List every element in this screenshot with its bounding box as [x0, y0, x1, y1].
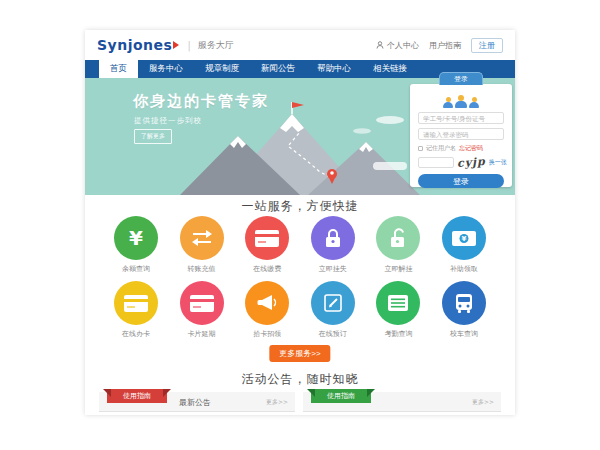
logo-text: Synjones [97, 37, 172, 53]
banknote-icon: ¥ [442, 216, 486, 260]
site-name: 服务大厅 [198, 39, 234, 52]
person-icon [376, 41, 384, 49]
login-panel: 登录 记住用户名 忘记密码 cyjp 换一张 登录 [410, 72, 512, 187]
left-ribbon-tab[interactable]: 使用指南 [107, 389, 167, 403]
announcements-right-panel: 使用指南 更多>> [303, 392, 501, 412]
account-input[interactable] [418, 112, 504, 124]
service-online-booking[interactable]: 在线预订 [302, 281, 364, 339]
change-captcha-link[interactable]: 换一张 [489, 158, 507, 167]
service-school-bus[interactable]: 校车查询 [433, 281, 495, 339]
service-subsidy[interactable]: ¥ 补助领取 [433, 216, 495, 274]
unlock-icon [376, 216, 420, 260]
hero-cta-button[interactable]: 了解更多 [134, 129, 172, 144]
login-body: 记住用户名 忘记密码 cyjp 换一张 登录 [410, 84, 512, 187]
login-tab[interactable]: 登录 [439, 72, 483, 85]
card-icon [114, 281, 158, 325]
svg-text:¥: ¥ [462, 235, 467, 243]
latest-news-tab[interactable]: 最新公告 [179, 397, 211, 408]
megaphone-icon [245, 281, 289, 325]
remember-checkbox[interactable] [418, 146, 423, 151]
card-icon [245, 216, 289, 260]
edit-icon [311, 281, 355, 325]
password-input[interactable] [418, 128, 504, 140]
service-pay-online[interactable]: 在线缴费 [236, 216, 298, 274]
right-ribbon-tab[interactable]: 使用指南 [311, 389, 371, 403]
service-card-renewal[interactable]: 卡片延期 [171, 281, 233, 339]
forgot-password-link[interactable]: 忘记密码 [459, 144, 483, 153]
nav-item-rules[interactable]: 规章制度 [194, 60, 250, 78]
personal-center-link[interactable]: 个人中心 [376, 40, 419, 51]
captcha-input[interactable] [418, 157, 454, 168]
yen-icon: ¥ [114, 216, 158, 260]
services-title: 一站服务，方便快捷 [85, 198, 515, 215]
service-found-card[interactable]: 拾卡招领 [236, 281, 298, 339]
remember-label: 记住用户名 [426, 144, 456, 153]
service-transfer[interactable]: 转账充值 [171, 216, 233, 274]
captcha-image[interactable]: cyjp [457, 155, 487, 170]
logo-accent-icon [173, 41, 179, 49]
bus-icon [442, 281, 486, 325]
mountain-illustration [180, 98, 420, 195]
cloud-icon [373, 162, 407, 170]
header: Synjones | 服务大厅 个人中心 用户指南 注册 [85, 30, 515, 60]
more-services-button[interactable]: 更多服务>> [269, 345, 330, 362]
register-button[interactable]: 注册 [471, 38, 503, 53]
transfer-icon [180, 216, 224, 260]
service-unlock[interactable]: 立即解挂 [367, 216, 429, 274]
hero-subtitle: 提供捷径一步到校 [134, 116, 202, 126]
login-button[interactable]: 登录 [418, 174, 504, 188]
announcements-left-panel: 使用指南 最新公告 更多>> [99, 392, 295, 412]
lock-icon [311, 216, 355, 260]
nav-item-home[interactable]: 首页 [99, 60, 138, 78]
site-container: Synjones | 服务大厅 个人中心 用户指南 注册 首页 服务中心 规章制… [85, 30, 515, 415]
nav-item-news[interactable]: 新闻公告 [250, 60, 306, 78]
right-more-link[interactable]: 更多>> [472, 398, 494, 407]
service-report-loss[interactable]: 立即挂失 [302, 216, 364, 274]
list-icon [376, 281, 420, 325]
header-separator: | [187, 40, 190, 51]
nav-item-help[interactable]: 帮助中心 [306, 60, 362, 78]
nav-item-service-center[interactable]: 服务中心 [138, 60, 194, 78]
user-guide-label: 用户指南 [429, 40, 461, 51]
personal-center-label: 个人中心 [387, 40, 419, 51]
logo[interactable]: Synjones [97, 37, 180, 53]
user-guide-link[interactable]: 用户指南 [429, 40, 461, 51]
header-right: 个人中心 用户指南 注册 [376, 38, 503, 53]
announcements-title: 活动公告，随时知晓 [85, 371, 515, 388]
card-icon [180, 281, 224, 325]
users-icon [418, 90, 504, 108]
hero-title: 你身边的卡管专家 [133, 92, 269, 111]
service-apply-card[interactable]: 在线办卡 [105, 281, 167, 339]
service-balance[interactable]: ¥ 余额查询 [105, 216, 167, 274]
service-attendance[interactable]: 考勤查询 [367, 281, 429, 339]
services-row-2: 在线办卡 卡片延期 拾卡招领 在线预订 考勤查询 [105, 281, 495, 339]
left-more-link[interactable]: 更多>> [266, 398, 288, 407]
services-row-1: ¥ 余额查询 转账充值 在线缴费 立即挂失 立即解挂 [105, 216, 495, 274]
